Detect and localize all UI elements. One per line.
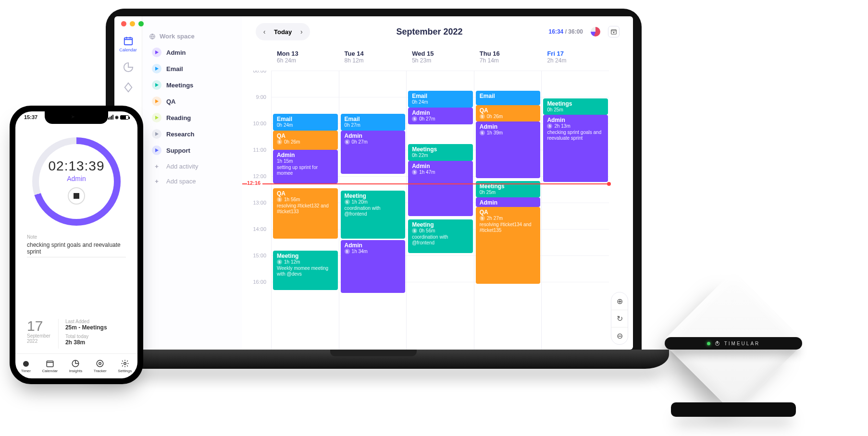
note-input[interactable]: checking sprint goals and reevaluate spr… <box>27 240 126 257</box>
zoom-out-button[interactable]: ⊖ <box>611 327 628 344</box>
rail-tracker[interactable] <box>119 82 138 93</box>
zoom-controls: ⊕ ↻ ⊖ <box>611 292 628 345</box>
day-column[interactable]: Meetings0h 25mAdmin$2h 13mchecking sprin… <box>541 71 609 350</box>
calendar-event[interactable]: Admin1h 15msetting up sprint for momee <box>273 150 338 183</box>
rail-insights[interactable] <box>119 62 138 73</box>
day-header[interactable]: Fri 172h 24m <box>541 46 609 68</box>
calendar-event[interactable]: Admin$2h 13mchecking sprint goals and re… <box>543 115 608 182</box>
day-label: Mon 13 <box>277 50 333 57</box>
calendar-icon-button[interactable] <box>608 26 620 37</box>
hour-label: 16:00 <box>242 279 271 305</box>
topbar: ‹ Today › September 2022 16:34 / 36:00 <box>242 16 633 44</box>
calendar-event[interactable]: Email0h 24m <box>408 91 473 108</box>
now-label: 12:16 <box>247 180 262 186</box>
laptop-body: Calendar Work space AdminEmailMeetingsQA… <box>106 9 642 350</box>
calendar-event[interactable]: QA$1h 56mresolving #ticket132 and #ticke… <box>273 188 338 239</box>
event-duration: $0h 26m <box>480 114 537 119</box>
tracker-bar: TIMEULAR <box>665 337 802 350</box>
day-header[interactable]: Thu 167h 14m <box>474 46 542 68</box>
day-duration: 5h 23m <box>412 57 468 64</box>
calendar-event[interactable]: Email0h 24m <box>273 114 338 131</box>
tab-insights[interactable]: Insights <box>69 359 83 373</box>
activity-item[interactable]: Admin <box>149 46 237 59</box>
add-space-button[interactable]: Add space <box>149 176 237 187</box>
phone-mockup: 15:37 ➤ ◉ 02:13:39 Admin Note checking s… <box>10 106 143 384</box>
billable-icon: $ <box>345 249 350 254</box>
tab-tracker[interactable]: Tracker <box>94 359 107 373</box>
event-description: Weekly momee meeting with @devs <box>277 266 334 277</box>
diamond-icon <box>123 82 134 93</box>
day-label: Wed 15 <box>412 50 468 57</box>
calendar-event[interactable]: QA$0h 26m <box>476 105 541 121</box>
event-description: coordination with @frontend <box>412 234 469 245</box>
tab-calendar[interactable]: Calendar <box>42 359 58 373</box>
day-header[interactable]: Mon 136h 24m <box>271 46 339 68</box>
next-button[interactable]: › <box>295 25 308 38</box>
zoom-in-button[interactable]: ⊕ <box>611 292 628 310</box>
event-title: Admin <box>480 124 537 130</box>
tab-settings[interactable]: Settings <box>118 359 132 373</box>
day-column[interactable]: EmailQA$0h 26mAdmin$1h 39mMeetings0h 25m… <box>474 71 542 350</box>
today-button[interactable]: Today <box>271 28 295 36</box>
event-title: Admin <box>412 110 469 116</box>
event-title: QA <box>480 108 537 114</box>
activity-item[interactable]: QA <box>149 95 237 108</box>
window-traffic-lights[interactable] <box>121 21 144 26</box>
calendar-event[interactable]: QA$2h 27mresolving #ticket134 and #ticke… <box>476 207 541 284</box>
summary-year: 2022 <box>27 339 50 344</box>
event-duration: $2h 13m <box>547 123 604 129</box>
activity-item[interactable]: Research <box>149 127 237 141</box>
event-title: Admin <box>412 163 469 170</box>
day-column[interactable]: Email0h 24mQA$0h 26mAdmin1h 15msetting u… <box>271 71 339 350</box>
day-header[interactable]: Tue 148h 12m <box>339 46 407 68</box>
day-column[interactable]: Email0h 27mAdmin$0h 27mMeeting$1h 20mcoo… <box>339 71 407 350</box>
calendar-event[interactable]: Admin$1h 47m <box>408 161 473 216</box>
tab-timer[interactable]: Timer <box>21 359 31 373</box>
event-title: Admin <box>277 152 334 158</box>
day-label: Fri 17 <box>547 50 603 57</box>
activity-item[interactable]: Support <box>149 144 237 157</box>
day-duration: 7h 14m <box>480 57 536 64</box>
event-description: coordination with @frontend <box>345 206 402 217</box>
calendar-event[interactable]: Meetings0h 25m <box>543 98 608 115</box>
day-header[interactable]: Wed 155h 23m <box>406 46 474 68</box>
activity-item[interactable]: Reading <box>149 111 237 124</box>
calendar-event[interactable]: Email <box>476 91 541 105</box>
calendar-event[interactable]: Admin <box>476 197 541 207</box>
hour-label: 15:00 <box>242 253 271 279</box>
calendar-event[interactable]: Meetings0h 22m <box>408 144 473 161</box>
calendar-event[interactable]: Admin$0h 27m <box>341 131 406 174</box>
rail-calendar[interactable]: Calendar <box>119 36 138 52</box>
play-icon <box>152 64 161 73</box>
calendar-event[interactable]: Email0h 27m <box>341 114 406 131</box>
billable-icon: $ <box>480 130 485 135</box>
calendar-event[interactable]: Admin$1h 39m <box>476 121 541 178</box>
event-duration: 0h 27m <box>345 122 402 128</box>
prev-button[interactable]: ‹ <box>258 25 271 38</box>
event-title: QA <box>277 191 334 197</box>
activity-label: Research <box>166 131 195 138</box>
calendar-event[interactable]: Meeting$0h 56mcoordination with @fronten… <box>408 219 473 253</box>
tab-label: Calendar <box>42 369 58 373</box>
zoom-reset-button[interactable]: ↻ <box>611 310 628 327</box>
calendar-event[interactable]: Admin$0h 27m <box>408 108 473 124</box>
event-duration: $2h 27m <box>480 216 537 221</box>
day-column[interactable]: Email0h 24mAdmin$0h 27mMeetings0h 22mAdm… <box>406 71 474 350</box>
hour-label: 13:00 <box>242 200 271 226</box>
activity-label: Email <box>166 65 183 73</box>
stop-button[interactable] <box>68 187 85 205</box>
workspace-header[interactable]: Work space <box>149 33 237 40</box>
calendar-event[interactable]: Admin$1h 34m <box>341 240 406 293</box>
calendar-event[interactable]: Meeting$1h 12mWeekly momee meeting with … <box>273 251 338 290</box>
add-activity-button[interactable]: Add activity <box>149 161 237 172</box>
calendar-grid[interactable]: 08:009:0010:0011:0012:0013:0014:0015:001… <box>242 71 633 350</box>
event-title: Meetings <box>547 101 604 107</box>
day-header-row: Mon 136h 24mTue 148h 12mWed 155h 23mThu … <box>242 46 633 68</box>
event-title: Meeting <box>277 253 334 259</box>
calendar-event[interactable]: Meeting$1h 20mcoordination with @fronten… <box>341 191 406 239</box>
now-indicator: 12:16 <box>242 183 609 184</box>
activity-item[interactable]: Email <box>149 62 237 75</box>
wifi-icon: ◉ <box>115 115 119 120</box>
calendar-event[interactable]: QA$0h 26m <box>273 131 338 150</box>
activity-item[interactable]: Meetings <box>149 78 237 92</box>
